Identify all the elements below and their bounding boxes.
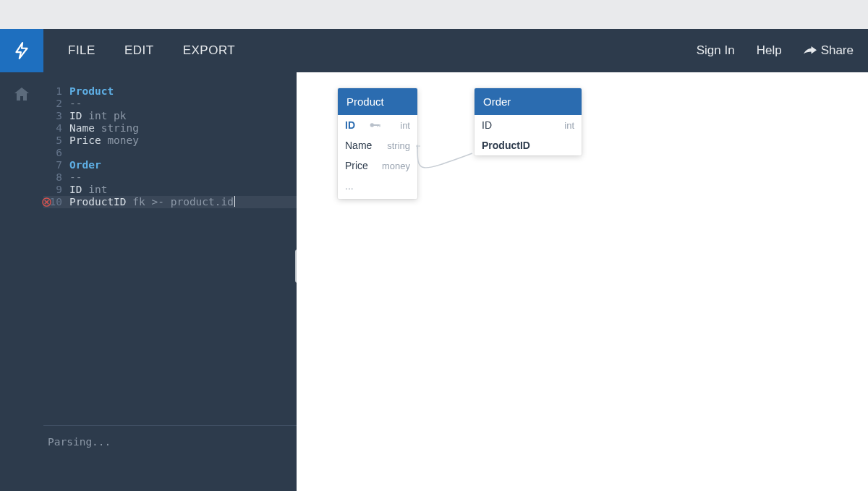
table-row[interactable]: Name string — [338, 135, 417, 155]
table-row[interactable]: ID int — [338, 115, 417, 135]
line-number: 7 — [43, 159, 69, 171]
menu-export[interactable]: EXPORT — [183, 43, 236, 58]
window-titlebar-space — [0, 0, 868, 29]
line-number: 2 — [43, 98, 69, 110]
line-number: 3 — [43, 110, 69, 122]
main-area: 1Product2--3ID int pk4Name string5Price … — [0, 72, 868, 491]
signin-link[interactable]: Sign In — [697, 43, 735, 58]
share-arrow-icon — [804, 46, 817, 56]
line-number: 9 — [43, 184, 69, 196]
code-editor[interactable]: 1Product2--3ID int pk4Name string5Price … — [43, 72, 297, 491]
code-text: Product — [69, 85, 114, 98]
status-bar: Parsing... — [43, 426, 297, 491]
app-logo[interactable] — [0, 29, 43, 72]
code-line[interactable]: 3ID int pk — [43, 110, 297, 122]
field-name: Price — [345, 160, 368, 171]
field-type: int — [564, 120, 574, 131]
error-icon — [42, 197, 51, 207]
line-number: 1 — [43, 85, 69, 98]
svg-rect-5 — [378, 124, 378, 127]
text-cursor — [234, 196, 235, 207]
home-icon[interactable] — [13, 85, 30, 103]
field-type: int — [400, 120, 410, 131]
field-name: ID — [345, 119, 355, 131]
code-line[interactable]: 6 — [43, 147, 297, 159]
line-number: 8 — [43, 171, 69, 184]
key-icon — [370, 119, 381, 131]
code-line[interactable]: 10ProductID fk >- product.id — [43, 196, 297, 208]
lightning-icon — [12, 41, 31, 60]
table-card-product[interactable]: Product ID int Name string Price money .… — [338, 88, 417, 199]
code-text: ID int — [69, 184, 107, 196]
table-card-order[interactable]: Order ID int ProductID — [475, 88, 582, 155]
line-number: 6 — [43, 147, 69, 159]
table-header[interactable]: Order — [475, 88, 582, 115]
code-lines[interactable]: 1Product2--3ID int pk4Name string5Price … — [43, 72, 297, 425]
table-header[interactable]: Product — [338, 88, 417, 115]
code-line[interactable]: 4Name string — [43, 122, 297, 135]
relation-connector — [416, 145, 481, 195]
diagram-canvas[interactable]: Product ID int Name string Price money .… — [297, 72, 868, 491]
main-toolbar: FILE EDIT EXPORT Sign In Help Share — [0, 29, 868, 72]
field-name: Name — [345, 140, 372, 151]
code-text: Order — [69, 159, 101, 171]
code-line[interactable]: 9ID int — [43, 184, 297, 196]
table-row[interactable]: ProductID — [475, 135, 582, 155]
ellipsis: ... — [345, 180, 354, 192]
code-text: Name string — [69, 122, 139, 135]
code-line[interactable]: 8-- — [43, 171, 297, 184]
code-text: -- — [69, 98, 82, 110]
line-number: 4 — [43, 122, 69, 135]
field-type: string — [387, 140, 410, 151]
left-rail — [0, 72, 43, 491]
menu-file[interactable]: FILE — [68, 43, 95, 58]
field-name: ProductID — [482, 140, 530, 151]
line-number: 5 — [43, 135, 69, 147]
field-type: money — [382, 161, 410, 171]
table-row[interactable]: Price money — [338, 155, 417, 176]
svg-rect-4 — [373, 124, 379, 126]
svg-point-3 — [370, 123, 374, 127]
code-text: ID int pk — [69, 110, 127, 122]
table-row[interactable]: ID int — [475, 115, 582, 135]
table-row-ellipsis[interactable]: ... — [338, 176, 417, 199]
code-text: -- — [69, 171, 82, 184]
field-name: ID — [482, 119, 492, 131]
line-number: 10 — [43, 196, 69, 208]
menu-bar: FILE EDIT EXPORT — [68, 43, 235, 58]
svg-rect-6 — [379, 124, 380, 127]
share-button[interactable]: Share — [804, 43, 854, 58]
code-line[interactable]: 5Price money — [43, 135, 297, 147]
code-line[interactable]: 7Order — [43, 159, 297, 171]
share-label: Share — [821, 43, 854, 58]
code-line[interactable]: 2-- — [43, 98, 297, 110]
menu-edit[interactable]: EDIT — [124, 43, 154, 58]
toolbar-right: Sign In Help Share — [697, 43, 868, 58]
code-text: Price money — [69, 135, 139, 147]
help-link[interactable]: Help — [757, 43, 782, 58]
code-text: ProductID fk >- product.id — [69, 196, 235, 208]
code-line[interactable]: 1Product — [43, 85, 297, 98]
